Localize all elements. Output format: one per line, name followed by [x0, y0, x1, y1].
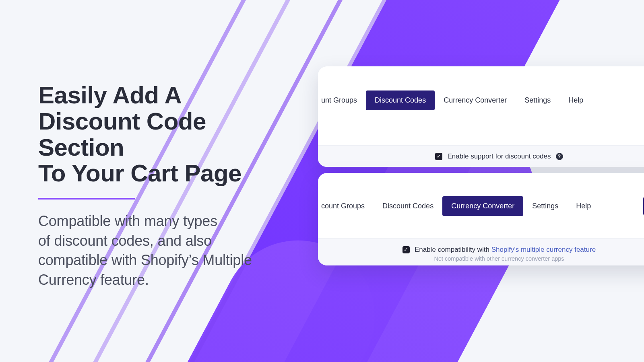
headline-line-3: To Your Cart Page [38, 160, 242, 187]
tab-row: count Groups Discount Codes Currency Con… [318, 173, 644, 216]
shopify-multi-currency-link[interactable]: Shopify's multiple currency feature [491, 246, 596, 253]
subheadline: Compatible with many types of discount c… [38, 212, 288, 290]
marketing-copy: Easily Add A Discount Code Section To Yo… [38, 82, 288, 290]
subhead-line-1: Compatible with many types [38, 213, 217, 229]
subhead-line-4: Currency feature. [38, 272, 149, 288]
headline: Easily Add A Discount Code Section To Yo… [38, 82, 288, 187]
setting-bar: ✓ Enable compatibility with Shopify's mu… [318, 238, 644, 265]
subhead-line-3: compatible with Shopify’s Multiple [38, 252, 252, 268]
tab-discount-codes[interactable]: Discount Codes [366, 90, 435, 110]
enable-discount-codes-checkbox[interactable]: ✓ [435, 153, 442, 160]
enable-multi-currency-label: Enable compatibility with Shopify's mult… [415, 246, 596, 254]
headline-line-2: Discount Code Section [38, 108, 206, 161]
headline-underline [38, 198, 135, 200]
tab-help[interactable]: Help [567, 196, 600, 216]
tab-settings[interactable]: Settings [516, 90, 559, 110]
panel-currency-converter: count Groups Discount Codes Currency Con… [318, 173, 644, 265]
panel-discount-codes: unt Groups Discount Codes Currency Conve… [318, 66, 644, 167]
tab-help[interactable]: Help [559, 90, 592, 110]
tab-discount-groups[interactable]: count Groups [318, 196, 374, 216]
tab-discount-groups[interactable]: unt Groups [318, 90, 366, 110]
setting-bar: ✓ Enable support for discount codes ? [318, 145, 644, 167]
tab-currency-converter[interactable]: Currency Converter [435, 90, 516, 110]
subhead-line-2: of discount codes, and also [38, 232, 212, 249]
setting-line: ✓ Enable compatibility with Shopify's mu… [402, 246, 596, 254]
multi-currency-fineprint: Not compatible with other currency conve… [434, 255, 564, 262]
tab-discount-codes[interactable]: Discount Codes [374, 196, 442, 216]
enable-multi-currency-checkbox[interactable]: ✓ [402, 246, 410, 253]
tab-row: unt Groups Discount Codes Currency Conve… [318, 66, 644, 110]
headline-line-1: Easily Add A [38, 82, 182, 109]
help-icon[interactable]: ? [556, 153, 563, 160]
enable-discount-codes-label: Enable support for discount codes [447, 152, 551, 160]
tab-settings[interactable]: Settings [523, 196, 567, 216]
enable-multi-currency-label-prefix: Enable compatibility with [415, 246, 491, 253]
tab-currency-converter[interactable]: Currency Converter [442, 196, 523, 216]
